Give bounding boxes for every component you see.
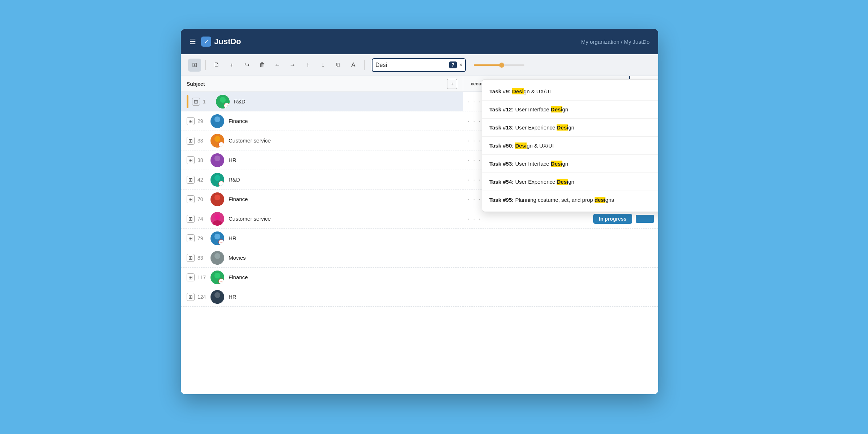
- zoom-slider-track[interactable]: [474, 64, 524, 66]
- gantt-row: · · · In progress: [463, 209, 658, 229]
- arrow-badge: →: [218, 239, 224, 245]
- search-dropdown: Task #9: Design & UX/UI Task #12: User I…: [482, 79, 658, 212]
- expand-button[interactable]: ⊞: [187, 117, 195, 125]
- avatar: →: [210, 134, 224, 148]
- expand-button[interactable]: ⊞: [187, 156, 195, 164]
- logo: ✓ JustDo: [201, 37, 241, 47]
- header-left: ☰ ✓ JustDo: [190, 37, 241, 47]
- row-label: Finance: [229, 118, 457, 124]
- table-row[interactable]: ⊞ 33 → Customer service: [181, 131, 463, 150]
- row-number: 29: [197, 118, 210, 124]
- svg-point-7: [213, 162, 222, 167]
- gantt-dots: · · ·: [468, 156, 481, 164]
- table-row[interactable]: ⊞ 117 → Finance: [181, 268, 463, 287]
- avatar: [210, 251, 224, 265]
- expand-button[interactable]: ⊞: [187, 215, 195, 223]
- subject-column-header: Subject: [187, 81, 444, 87]
- search-count-badge: 7: [449, 61, 457, 68]
- row-label: HR: [229, 294, 457, 300]
- search-result-9[interactable]: Task #9: Design & UX/UI: [482, 82, 658, 101]
- table-row[interactable]: ⊞ 70 Finance: [181, 190, 463, 209]
- text-format-icon[interactable]: A: [347, 59, 360, 72]
- search-result-95[interactable]: Task #95: Planning costume, set, and pro…: [482, 191, 658, 209]
- svg-point-20: [214, 292, 220, 298]
- row-number: 117: [197, 275, 210, 280]
- avatar: [210, 212, 224, 226]
- status-badge-in-progress[interactable]: In progress: [593, 214, 632, 224]
- file-icon[interactable]: 🗋: [210, 59, 223, 72]
- search-clear-button[interactable]: ×: [459, 62, 462, 68]
- app-window: ☰ ✓ JustDo My organization / My JustDo ⊞…: [181, 29, 658, 394]
- gantt-dots: · · ·: [468, 195, 481, 203]
- svg-point-2: [214, 116, 220, 122]
- expand-button[interactable]: ⊞: [187, 195, 195, 203]
- row-number: 74: [197, 216, 210, 222]
- gantt-row: [463, 268, 658, 287]
- avatar: →: [216, 95, 230, 109]
- avatar: [210, 192, 224, 206]
- row-label: Movies: [229, 255, 457, 261]
- avatar: [210, 153, 224, 167]
- table-row[interactable]: ⊞ 124 HR: [181, 287, 463, 307]
- toolbar: ⊞ 🗋 + ↪ 🗑 ← → ↑ ↓ ⧉ A 7 × Task #9: Desig…: [181, 54, 658, 76]
- svg-point-17: [213, 259, 222, 265]
- arrow-left-icon[interactable]: ←: [271, 59, 284, 72]
- avatar: →: [210, 173, 224, 187]
- gantt-row: [463, 229, 658, 248]
- search-result-54[interactable]: Task #54: User Experience Design: [482, 173, 658, 191]
- svg-point-6: [214, 156, 220, 161]
- hamburger-icon[interactable]: ☰: [190, 37, 196, 46]
- grid-icon[interactable]: ⊞: [188, 59, 201, 72]
- table-row[interactable]: ⊞ 38 HR: [181, 150, 463, 170]
- expand-button[interactable]: ⊞: [187, 176, 195, 184]
- expand-button[interactable]: ⊞: [187, 137, 195, 145]
- gantt-dots: · · ·: [468, 117, 481, 125]
- zoom-slider-thumb[interactable]: [499, 63, 504, 68]
- table-row[interactable]: ⊞ 42 → R&D: [181, 170, 463, 190]
- row-label: Finance: [229, 274, 457, 280]
- arrow-badge: →: [224, 103, 230, 109]
- row-color-bar: [187, 95, 188, 108]
- add-task-icon[interactable]: +: [225, 59, 238, 72]
- gantt-row: [463, 287, 658, 307]
- row-label: R&D: [229, 176, 457, 183]
- svg-point-21: [213, 298, 222, 304]
- zoom-slider-fill: [474, 64, 502, 66]
- row-number: 33: [197, 138, 210, 144]
- arrow-down-icon[interactable]: ↓: [316, 59, 329, 72]
- search-box: 7 ×: [372, 58, 466, 72]
- arrow-right-icon[interactable]: →: [286, 59, 299, 72]
- table-row[interactable]: ⊞ 74 Customer service: [181, 209, 463, 229]
- expand-button[interactable]: ⊞: [187, 293, 195, 301]
- svg-point-10: [214, 195, 220, 200]
- indent-icon[interactable]: ↪: [241, 59, 254, 72]
- arrow-up-icon[interactable]: ↑: [301, 59, 314, 72]
- arrow-badge: →: [218, 278, 224, 284]
- expand-button[interactable]: ⊞: [187, 254, 195, 262]
- delete-icon[interactable]: 🗑: [256, 59, 269, 72]
- gantt-dots: · · ·: [468, 97, 481, 106]
- search-result-50[interactable]: Task #50: Design & UX/UI: [482, 137, 658, 155]
- row-number: 38: [197, 157, 210, 163]
- table-row[interactable]: ⊞ 79 → HR: [181, 229, 463, 248]
- search-result-13[interactable]: Task #13: User Experience Design: [482, 119, 658, 137]
- gantt-dots: · · ·: [468, 136, 481, 145]
- table-header: Subject +: [181, 76, 463, 92]
- gantt-dots: · · ·: [468, 214, 481, 223]
- svg-point-14: [214, 234, 220, 239]
- expand-button[interactable]: ⊞: [187, 273, 195, 281]
- table-row[interactable]: ⊞ 1 → R&D: [181, 92, 463, 111]
- table-row[interactable]: ⊞ 29 Finance: [181, 111, 463, 131]
- row-label: Customer service: [229, 216, 457, 222]
- add-column-button[interactable]: +: [447, 79, 457, 89]
- row-label: Customer service: [229, 137, 457, 144]
- table-row[interactable]: ⊞ 83 Movies: [181, 248, 463, 268]
- svg-point-18: [214, 273, 220, 278]
- row-label: HR: [229, 157, 457, 163]
- search-input[interactable]: [375, 62, 448, 68]
- expand-button[interactable]: ⊞: [187, 234, 195, 242]
- search-result-12[interactable]: Task #12: User Interface Design: [482, 101, 658, 119]
- copy-icon[interactable]: ⧉: [332, 59, 345, 72]
- expand-button[interactable]: ⊞: [192, 98, 200, 106]
- search-result-53[interactable]: Task #53: User Interface Design: [482, 155, 658, 173]
